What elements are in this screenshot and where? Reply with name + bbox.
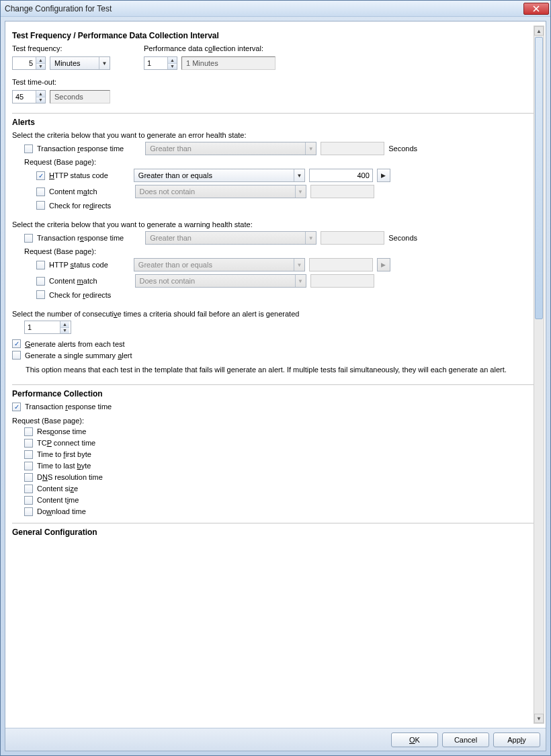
apply-button[interactable]: Apply bbox=[493, 732, 540, 747]
perf-content-time-checkbox[interactable]: Content time bbox=[24, 496, 79, 505]
timeout-input[interactable] bbox=[13, 91, 36, 103]
seconds-label: Seconds bbox=[388, 234, 417, 242]
chevron-down-icon: ▼ bbox=[305, 232, 316, 244]
chevron-down-icon: ▼ bbox=[295, 275, 306, 287]
spinner-down-icon[interactable]: ▼ bbox=[168, 64, 177, 70]
spinner-up-icon[interactable]: ▲ bbox=[36, 91, 45, 97]
error-trans-resp-op: Greater than▼ bbox=[145, 142, 316, 155]
vertical-scrollbar[interactable]: ▲ ▼ bbox=[534, 26, 544, 724]
perf-ttfb-checkbox[interactable]: Time to first byte bbox=[24, 450, 91, 459]
perf-request-base-label: Request (Base page): bbox=[12, 417, 534, 425]
perf-dns-checkbox[interactable]: DNS resolution time bbox=[24, 473, 103, 482]
section-test-frequency: Test Frequency / Performance Data Collec… bbox=[12, 31, 534, 40]
perf-interval-input[interactable] bbox=[144, 57, 167, 69]
chevron-down-icon: ▼ bbox=[294, 259, 304, 271]
close-button[interactable] bbox=[523, 3, 549, 15]
alerts-warning-intro: Select the criteria below that you want … bbox=[12, 220, 534, 228]
warn-check-redirects-checkbox[interactable]: Check for redirects bbox=[36, 290, 111, 299]
error-http-status-value[interactable]: 400 bbox=[309, 169, 373, 182]
timeout-unit: Seconds bbox=[50, 90, 110, 103]
test-frequency-input[interactable] bbox=[13, 57, 36, 69]
cancel-button[interactable]: Cancel bbox=[442, 732, 489, 747]
spinner-down-icon[interactable]: ▼ bbox=[36, 64, 45, 70]
warn-trans-resp-checkbox[interactable]: Transaction response time bbox=[24, 234, 124, 243]
consecutive-input[interactable] bbox=[25, 321, 60, 333]
content-panel: Test Frequency / Performance Data Collec… bbox=[5, 21, 546, 751]
test-frequency-unit-select[interactable]: Minutes ▼ bbox=[50, 56, 110, 70]
scroll-down-icon[interactable]: ▼ bbox=[534, 714, 544, 723]
perf-tcp-checkbox[interactable]: TCP connect time bbox=[24, 439, 95, 448]
ok-button[interactable]: OK bbox=[391, 732, 438, 747]
error-trans-resp-checkbox[interactable]: Transaction response time bbox=[24, 144, 124, 153]
spinner-up-icon[interactable]: ▲ bbox=[168, 57, 177, 64]
warn-content-match-op: Does not contain▼ bbox=[135, 274, 306, 288]
warn-http-status-checkbox[interactable]: HTTP status code bbox=[36, 261, 108, 269]
spinner-up-icon[interactable]: ▲ bbox=[36, 57, 45, 64]
section-performance-collection: Performance Collection bbox=[12, 389, 534, 398]
section-alerts: Alerts bbox=[12, 118, 534, 127]
perf-interval-label: Performance data collection interval: bbox=[144, 44, 276, 52]
generate-each-checkbox[interactable]: ✓Generate alerts from each test bbox=[12, 339, 125, 348]
perf-content-size-checkbox[interactable]: Content size bbox=[24, 485, 78, 493]
chevron-down-icon: ▼ bbox=[99, 57, 110, 69]
error-http-status-play-button[interactable]: ▶ bbox=[377, 169, 390, 182]
consecutive-spinner[interactable]: ▲▼ bbox=[24, 321, 71, 334]
spinner-up-icon[interactable]: ▲ bbox=[60, 321, 69, 328]
window-title: Change Configuration for Test bbox=[5, 4, 523, 13]
perf-interval-spinner[interactable]: ▲▼ bbox=[144, 56, 177, 70]
scroll-up-icon[interactable]: ▲ bbox=[534, 26, 544, 36]
perf-ttlb-checkbox[interactable]: Time to last byte bbox=[24, 462, 91, 470]
warn-http-status-op: Greater than or equals▼ bbox=[134, 258, 305, 271]
scrollbar-thumb[interactable] bbox=[535, 37, 543, 319]
chevron-down-icon: ▼ bbox=[294, 169, 304, 181]
error-http-status-op[interactable]: Greater than or equals▼ bbox=[134, 169, 305, 182]
scroll-area: Test Frequency / Performance Data Collec… bbox=[5, 22, 546, 728]
perf-interval-readonly: 1 Minutes bbox=[181, 56, 276, 70]
warn-trans-resp-op: Greater than▼ bbox=[145, 231, 316, 245]
test-frequency-spinner[interactable]: ▲▼ bbox=[12, 56, 46, 70]
error-request-base-label: Request (Base page): bbox=[12, 158, 534, 166]
generate-note: This option means that each test in the … bbox=[12, 362, 534, 378]
timeout-label: Test time-out: bbox=[12, 78, 534, 86]
error-content-match-checkbox[interactable]: Content match bbox=[36, 187, 97, 196]
alerts-error-intro: Select the criteria below that you want … bbox=[12, 131, 534, 139]
error-content-match-op: Does not contain▼ bbox=[135, 185, 306, 198]
close-icon bbox=[533, 5, 540, 12]
consecutive-label: Select the number of consecutive times a… bbox=[12, 310, 534, 318]
chevron-down-icon: ▼ bbox=[295, 185, 306, 198]
warn-content-match-checkbox[interactable]: Content match bbox=[36, 277, 97, 286]
warn-http-status-play-button: ▶ bbox=[377, 258, 390, 271]
perf-download-time-checkbox[interactable]: Download time bbox=[24, 507, 86, 516]
section-general-config: General Configuration bbox=[12, 528, 534, 537]
perf-response-time-checkbox[interactable]: Response time bbox=[24, 427, 86, 436]
chevron-down-icon: ▼ bbox=[305, 142, 316, 155]
error-content-match-value bbox=[310, 185, 374, 198]
button-bar: OK Cancel Apply bbox=[5, 728, 546, 751]
test-frequency-label: Test frequency: bbox=[12, 44, 110, 52]
seconds-label: Seconds bbox=[388, 144, 417, 153]
warn-request-base-label: Request (Base page): bbox=[12, 247, 534, 255]
dialog-window: Change Configuration for Test Test Frequ… bbox=[0, 0, 551, 756]
error-http-status-checkbox[interactable]: ✓HTTP status code bbox=[36, 171, 108, 180]
warn-content-match-value bbox=[310, 274, 374, 288]
warn-http-status-value bbox=[309, 258, 373, 271]
error-trans-resp-value bbox=[321, 142, 384, 155]
timeout-spinner[interactable]: ▲▼ bbox=[12, 90, 46, 103]
spinner-down-icon[interactable]: ▼ bbox=[36, 97, 45, 103]
perf-trans-resp-checkbox[interactable]: ✓Transaction response time bbox=[12, 403, 112, 411]
spinner-down-icon[interactable]: ▼ bbox=[60, 328, 69, 334]
test-frequency-unit-value: Minutes bbox=[54, 59, 81, 67]
generate-single-checkbox[interactable]: Generate a single summary alert bbox=[12, 351, 132, 360]
error-check-redirects-checkbox[interactable]: Check for redirects bbox=[36, 201, 111, 210]
titlebar: Change Configuration for Test bbox=[1, 1, 550, 17]
warn-trans-resp-value bbox=[321, 231, 384, 245]
